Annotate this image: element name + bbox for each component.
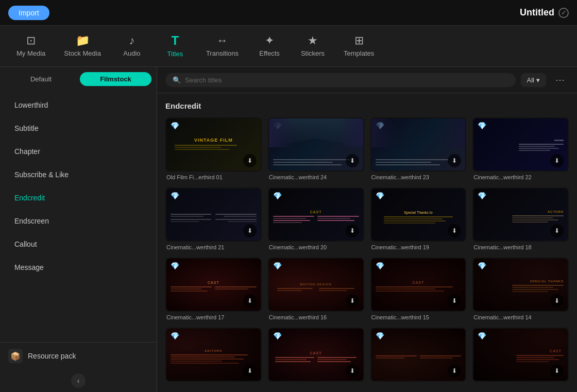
resource-pack-button[interactable]: 📦 Resource pack (0, 342, 157, 369)
card-label: Old Film Fi...erthird 01 (165, 172, 262, 181)
gem-icon: 💎 (376, 262, 384, 270)
download-icon[interactable]: ⬇ (550, 224, 564, 237)
download-icon[interactable]: ⬇ (550, 294, 564, 308)
search-input[interactable] (185, 76, 508, 84)
card-cinematic-23[interactable]: 💎 ⬇ Ci (370, 117, 467, 181)
download-icon[interactable]: ⬇ (448, 224, 461, 237)
search-bar: 🔍 All ▾ ⋯ (157, 67, 577, 93)
tab-stock-media-label: Stock Media (64, 49, 101, 57)
titles-icon: T (172, 35, 179, 47)
card-label (165, 382, 262, 385)
download-icon[interactable]: ⬇ (243, 224, 257, 237)
gem-icon: 💎 (273, 192, 282, 200)
sidebar-item-subtitle[interactable]: Subtitle (4, 117, 152, 140)
download-icon[interactable]: ⬇ (346, 224, 359, 237)
templates-icon: ⊞ (354, 35, 364, 46)
card-cinematic-15[interactable]: 💎 CAST ⬇ Cinematic...werthird 15 (370, 258, 467, 321)
sidebar-item-subscribe-like[interactable]: Subscribe & Like (4, 163, 152, 186)
sidebar-item-lowerthird[interactable]: Lowerthird (4, 94, 152, 116)
tab-titles-label: Titles (167, 50, 183, 58)
sidebar-item-endcredit[interactable]: Endcredit (4, 186, 152, 209)
card-label: Cinematic...werthird 21 (165, 242, 262, 251)
tab-templates[interactable]: ⊞ Templates (335, 31, 382, 61)
card-cinematic-18[interactable]: 💎 ACTORS ⬇ Cinematic...werthird 18 (472, 188, 569, 251)
sidebar-item-message[interactable]: Message (4, 256, 152, 279)
right-panel: 🔍 All ▾ ⋯ Endcredit 💎 VINTAGE FILM (157, 67, 577, 392)
download-icon[interactable]: ⬇ (346, 294, 359, 308)
sidebar-collapse-button[interactable]: ‹ (71, 373, 86, 388)
card-cinematic-21[interactable]: 💎 (165, 188, 262, 251)
sidebar: Default Filmstock Lowerthird Subtitle Ch… (0, 67, 157, 392)
download-icon[interactable]: ⬇ (550, 364, 564, 378)
card-cinematic-13[interactable]: 💎 EDITORS ⬇ (165, 328, 262, 385)
download-icon[interactable]: ⬇ (243, 294, 257, 308)
section-title: Endcredit (165, 101, 569, 110)
tab-templates-label: Templates (344, 49, 374, 57)
gem-icon: 💎 (376, 332, 384, 340)
vintage-film-text: VINTAGE FILM (194, 138, 233, 143)
card-label: Cinematic...werthird 14 (472, 312, 569, 321)
gem-icon: 💎 (171, 332, 179, 340)
sidebar-item-callout[interactable]: Callout (4, 233, 152, 255)
grid-area: Endcredit 💎 VINTAGE FILM ⬇ (157, 93, 577, 392)
gem-icon: 💎 (273, 262, 282, 270)
card-cinematic-17[interactable]: 💎 CAST (165, 258, 262, 321)
card-old-film[interactable]: 💎 VINTAGE FILM ⬇ Old Film Fi...erthird 0… (165, 117, 262, 181)
download-icon[interactable]: ⬇ (346, 364, 359, 378)
tab-stock-media[interactable]: 📁 Stock Media (56, 31, 109, 61)
gem-icon: 💎 (171, 192, 179, 200)
tab-audio[interactable]: ♪ Audio (111, 31, 152, 61)
card-cinematic-22[interactable]: 💎 names ⬇ Cinematic...werthird 22 (472, 117, 569, 181)
card-cinematic-24[interactable]: 💎 ⬇ (268, 117, 364, 181)
card-label: Cinematic...werthird 22 (472, 172, 569, 181)
more-options-button[interactable]: ⋯ (551, 72, 569, 88)
card-thumb: 💎 CAST ⬇ (370, 258, 467, 312)
chevron-down-icon: ▾ (536, 76, 540, 84)
tab-transitions[interactable]: ↔ Transitions (198, 31, 247, 61)
main-content: Default Filmstock Lowerthird Subtitle Ch… (0, 67, 577, 392)
card-label: Cinematic...werthird 24 (268, 172, 364, 181)
download-icon[interactable]: ⬇ (243, 154, 257, 167)
top-bar: Import Untitled ✓ (0, 0, 577, 26)
download-icon[interactable]: ⬇ (346, 154, 359, 167)
tab-stickers-label: Stickers (301, 49, 325, 57)
effects-icon: ✦ (265, 35, 274, 46)
resource-pack-label: Resource pack (28, 352, 76, 360)
gem-icon: 💎 (376, 192, 384, 200)
gem-icon: 💎 (273, 332, 282, 340)
audio-icon: ♪ (129, 35, 134, 46)
stock-media-icon: 📁 (76, 35, 90, 46)
my-media-icon: ⊡ (26, 35, 36, 46)
card-thumb: 💎 ⬇ (370, 117, 467, 172)
card-cinematic-11[interactable]: 💎 ⬇ (370, 328, 467, 385)
card-thumb: 💎 ACTORS ⬇ (472, 188, 569, 242)
search-icon: 🔍 (173, 76, 181, 84)
gem-icon: 💎 (478, 262, 486, 270)
card-label (370, 382, 467, 385)
download-icon[interactable]: ⬇ (243, 364, 257, 378)
sidebar-tab-filmstock[interactable]: Filmstock (80, 72, 151, 86)
card-cinematic-12[interactable]: 💎 CAST (268, 328, 364, 385)
tab-my-media[interactable]: ⊡ My Media (8, 31, 54, 61)
transitions-icon: ↔ (216, 35, 228, 46)
download-icon[interactable]: ⬇ (448, 294, 461, 308)
tab-stickers[interactable]: ★ Stickers (292, 31, 333, 61)
filter-dropdown[interactable]: All ▾ (521, 73, 546, 87)
card-cinematic-16[interactable]: 💎 MOTION DESIGN (268, 258, 364, 321)
download-icon[interactable]: ⬇ (550, 154, 564, 167)
card-label: Cinematic...werthird 19 (370, 242, 467, 251)
card-cinematic-19[interactable]: 💎 Special Thanks to ⬇ Cinematic...werth (370, 188, 467, 251)
sidebar-tab-default[interactable]: Default (5, 72, 77, 86)
sidebar-item-endscreen[interactable]: Endscreen (4, 210, 152, 232)
sidebar-item-chapter[interactable]: Chapter (4, 140, 152, 163)
card-cinematic-14[interactable]: 💎 SPECIAL THANKS ⬇ Cinematic...werthird (472, 258, 569, 321)
card-cinematic-10[interactable]: 💎 CAST ⬇ (472, 328, 569, 385)
card-thumb: 💎 Special Thanks to ⬇ (370, 188, 467, 242)
tab-effects[interactable]: ✦ Effects (249, 31, 290, 61)
import-button[interactable]: Import (8, 6, 49, 20)
card-label: Cinematic...werthird 17 (165, 312, 262, 321)
tab-titles[interactable]: T Titles (155, 30, 196, 62)
download-icon[interactable]: ⬇ (448, 364, 461, 378)
card-cinematic-20[interactable]: 💎 CAST (268, 188, 364, 251)
card-thumb: 💎 SPECIAL THANKS ⬇ (472, 258, 569, 312)
